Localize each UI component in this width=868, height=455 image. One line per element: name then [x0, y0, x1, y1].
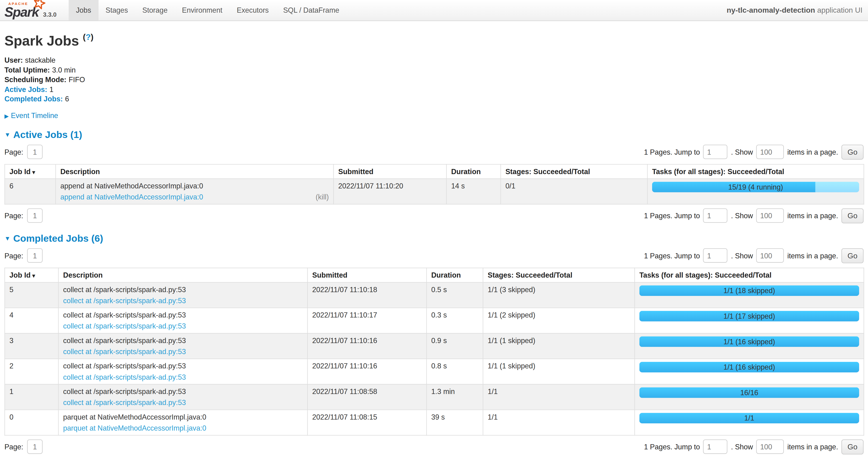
nav-tabs: Jobs Stages Storage Environment Executor…: [69, 0, 346, 21]
question-mark-icon[interactable]: ?: [86, 32, 91, 41]
job-description-cell: collect at /spark-scripts/spark-ad.py:53…: [58, 282, 308, 308]
kill-job-link[interactable]: (kill): [316, 193, 329, 201]
progress-label: 1/1 (16 skipped): [640, 362, 859, 372]
tasks-progress-bar: 1/1 (17 skipped): [640, 311, 859, 321]
job-description-cell: parquet at NativeMethodAccessorImpl.java…: [58, 410, 308, 435]
active-jobs-header-row: Job Id▾ Description Submitted Duration S…: [5, 164, 864, 178]
sort-desc-icon: ▾: [32, 273, 35, 279]
page-number-input[interactable]: [27, 208, 43, 223]
header-submitted[interactable]: Submitted: [308, 268, 427, 282]
show-text: . Show: [731, 212, 753, 220]
job-detail-link[interactable]: collect at /spark-scripts/spark-ad.py:53: [63, 373, 186, 381]
header-job-id[interactable]: Job Id▾: [5, 268, 58, 282]
completed-job-row: 3 collect at /spark-scripts/spark-ad.py:…: [5, 333, 864, 359]
nav-tab-stages[interactable]: Stages: [98, 0, 135, 21]
completed-jobs-section-header[interactable]: ▼ Completed Jobs (6): [4, 233, 864, 245]
sort-desc-icon: ▾: [32, 169, 35, 175]
job-id-cell: 4: [5, 308, 58, 334]
jump-to-page-input[interactable]: [703, 249, 727, 263]
header-description[interactable]: Description: [56, 164, 334, 178]
completed-job-row: 4 collect at /spark-scripts/spark-ad.py:…: [5, 308, 864, 334]
active-jobs-pagination-bottom: Page: 1 Pages. Jump to . Show items in a…: [4, 208, 864, 223]
job-description-cell: collect at /spark-scripts/spark-ad.py:53…: [58, 385, 308, 410]
job-detail-link[interactable]: collect at /spark-scripts/spark-ad.py:53: [63, 347, 186, 356]
job-detail-link[interactable]: parquet at NativeMethodAccessorImpl.java…: [63, 424, 206, 432]
active-jobs-section-header[interactable]: ▼ Active Jobs (1): [4, 129, 864, 141]
tasks-progress-bar: 1/1 (18 skipped): [640, 285, 859, 296]
job-id-cell: 0: [5, 410, 58, 435]
completed-jobs-header-row: Job Id▾ Description Submitted Duration S…: [5, 268, 864, 282]
job-stages-cell: 1/1 (2 skipped): [483, 308, 634, 334]
jump-to-page-input[interactable]: [703, 145, 727, 159]
header-stages[interactable]: Stages: Succeeded/Total: [483, 268, 634, 282]
header-duration[interactable]: Duration: [446, 164, 501, 178]
header-duration[interactable]: Duration: [427, 268, 483, 282]
job-stages-cell: 1/1: [483, 385, 634, 410]
page-number-input[interactable]: [27, 145, 43, 159]
items-per-page-input[interactable]: [756, 208, 784, 223]
active-jobs-pagination-top: Page: 1 Pages. Jump to . Show items in a…: [4, 145, 864, 160]
nav-tab-storage[interactable]: Storage: [135, 0, 175, 21]
jump-to-page-input[interactable]: [703, 208, 727, 223]
job-stages-cell: 0/1: [501, 179, 647, 204]
header-description[interactable]: Description: [58, 268, 308, 282]
job-id-cell: 5: [5, 282, 58, 308]
header-tasks[interactable]: Tasks (for all stages): Succeeded/Total: [647, 164, 864, 178]
go-button[interactable]: Go: [841, 145, 864, 160]
nav-tab-executors[interactable]: Executors: [229, 0, 276, 21]
progress-label: 1/1 (16 skipped): [640, 336, 859, 347]
header-stages[interactable]: Stages: Succeeded/Total: [501, 164, 647, 178]
header-tasks[interactable]: Tasks (for all stages): Succeeded/Total: [635, 268, 864, 282]
job-duration-cell: 14 s: [446, 179, 501, 204]
active-jobs-link[interactable]: Active Jobs:: [4, 85, 48, 93]
collapsed-arrow-icon: ▶: [4, 113, 9, 119]
jump-to-page-input[interactable]: [703, 440, 727, 454]
job-description-cell: collect at /spark-scripts/spark-ad.py:53…: [58, 359, 308, 385]
pages-count-text: 1 Pages. Jump to: [644, 148, 700, 156]
header-job-id[interactable]: Job Id▾: [5, 164, 56, 178]
job-id-cell: 1: [5, 385, 58, 410]
items-per-page-input[interactable]: [756, 249, 784, 263]
items-in-page-text: items in a page.: [787, 212, 838, 220]
expanded-arrow-icon: ▼: [4, 235, 10, 242]
help-tooltip-link[interactable]: (?): [83, 32, 94, 41]
page-number-input[interactable]: [27, 440, 43, 454]
job-detail-link[interactable]: collect at /spark-scripts/spark-ad.py:53: [63, 398, 186, 407]
job-detail-link[interactable]: collect at /spark-scripts/spark-ad.py:53: [63, 296, 186, 305]
job-detail-link[interactable]: append at NativeMethodAccessorImpl.java:…: [60, 193, 203, 201]
nav-tab-jobs[interactable]: Jobs: [69, 0, 98, 21]
pages-count-text: 1 Pages. Jump to: [644, 252, 700, 260]
job-submitted-cell: 2022/11/07 11:10:16: [308, 359, 427, 385]
items-in-page-text: items in a page.: [787, 148, 838, 156]
job-stages-cell: 1/1: [483, 410, 634, 435]
job-tasks-cell: 1/1 (16 skipped): [635, 359, 864, 385]
job-submitted-cell: 2022/11/07 11:08:58: [308, 385, 427, 410]
go-button[interactable]: Go: [841, 439, 864, 455]
nav-tab-environment[interactable]: Environment: [175, 0, 229, 21]
progress-label: 1/1 (18 skipped): [640, 285, 859, 296]
items-per-page-input[interactable]: [756, 145, 784, 159]
job-tasks-cell: 1/1 (18 skipped): [635, 282, 864, 308]
application-id-label: ny-tlc-anomaly-detection application UI: [727, 0, 868, 21]
job-duration-cell: 1.3 min: [427, 385, 483, 410]
application-ui-suffix: application UI: [815, 6, 862, 14]
event-timeline-toggle[interactable]: ▶Event Timeline: [4, 111, 864, 120]
nav-tab-sql-dataframe[interactable]: SQL / DataFrame: [276, 0, 346, 21]
job-tasks-cell: 16/16: [635, 385, 864, 410]
expanded-arrow-icon: ▼: [4, 132, 10, 138]
go-button[interactable]: Go: [841, 208, 864, 223]
job-detail-link[interactable]: collect at /spark-scripts/spark-ad.py:53: [63, 322, 186, 330]
completed-jobs-link[interactable]: Completed Jobs:: [4, 95, 63, 103]
summary-active-jobs: Active Jobs:1: [4, 85, 864, 94]
job-submitted-cell: 2022/11/07 11:10:18: [308, 282, 427, 308]
job-description-cell: collect at /spark-scripts/spark-ad.py:53…: [58, 333, 308, 359]
header-submitted[interactable]: Submitted: [334, 164, 446, 178]
summary-scheduling-mode: Scheduling Mode:FIFO: [4, 75, 864, 85]
top-navbar: APACHE Spark 3.3.0 Jobs Stages Storage E…: [0, 0, 868, 21]
job-description-cell: append at NativeMethodAccessorImpl.java:…: [56, 179, 334, 204]
page-number-input[interactable]: [27, 249, 43, 263]
go-button[interactable]: Go: [841, 248, 864, 263]
items-per-page-input[interactable]: [756, 440, 784, 454]
page-label: Page:: [4, 443, 23, 451]
job-duration-cell: 0.8 s: [427, 359, 483, 385]
